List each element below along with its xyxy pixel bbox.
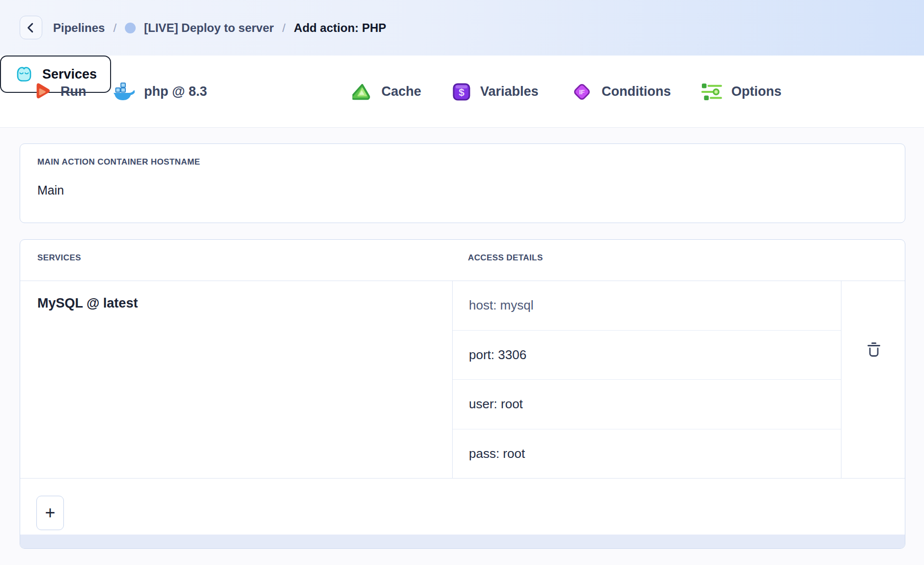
tab-label: php @ 8.3: [144, 84, 207, 99]
options-icon: [701, 83, 722, 101]
tab-bar: Run php @ 8.3 Services: [0, 56, 924, 128]
hostname-card: MAIN ACTION CONTAINER HOSTNAME Main: [20, 143, 905, 223]
variables-icon: $: [452, 83, 471, 101]
chevron-left-icon: [25, 21, 37, 34]
add-service-button[interactable]: +: [36, 496, 64, 530]
back-button[interactable]: [20, 16, 42, 39]
breadcrumb-bar: Pipelines / [LIVE] Deploy to server / Ad…: [0, 0, 924, 56]
tab-php[interactable]: php @ 8.3: [112, 56, 207, 128]
hostname-label: MAIN ACTION CONTAINER HOSTNAME: [37, 157, 200, 167]
conditions-icon: IF: [572, 82, 592, 102]
access-detail-user[interactable]: user: root: [453, 380, 841, 429]
dollar-glyph: $: [459, 86, 464, 97]
breadcrumb-item-current: Add action: PHP: [294, 21, 386, 35]
access-detail-host[interactable]: host: mysql: [453, 281, 841, 331]
service-row: MySQL @ latest host: mysql port: 3306 us…: [20, 281, 905, 479]
pipeline-status-dot: [125, 23, 136, 33]
tab-variables[interactable]: $ Variables: [452, 56, 539, 128]
tab-options[interactable]: Options: [701, 56, 781, 128]
delete-service-button[interactable]: [865, 340, 883, 359]
services-table-header: SERVICES ACCESS DETAILS: [20, 240, 905, 281]
breadcrumb-separator: /: [113, 21, 116, 35]
column-divider: [841, 281, 841, 479]
cache-icon: [352, 83, 372, 101]
services-table-footer: +: [20, 479, 905, 549]
hostname-value[interactable]: Main: [37, 183, 64, 198]
if-glyph: IF: [579, 88, 585, 96]
docker-icon: [112, 83, 135, 101]
access-detail-pass[interactable]: pass: root: [453, 429, 841, 479]
breadcrumb-separator: /: [282, 21, 286, 35]
add-action-page: Pipelines / [LIVE] Deploy to server / Ad…: [0, 0, 924, 565]
tab-label: Options: [731, 84, 781, 99]
breadcrumb-item-pipelines[interactable]: Pipelines: [53, 21, 105, 35]
tab-conditions[interactable]: IF Conditions: [572, 56, 671, 128]
access-details-list: host: mysql port: 3306 user: root pass: …: [453, 281, 841, 479]
access-detail-port[interactable]: port: 3306: [453, 331, 841, 380]
card-footer-strip: [20, 535, 905, 549]
services-card: SERVICES ACCESS DETAILS MySQL @ latest h…: [20, 239, 905, 549]
trash-icon: [866, 341, 882, 359]
tab-label: Run: [60, 84, 86, 99]
breadcrumb-item-pipeline[interactable]: [LIVE] Deploy to server: [144, 21, 274, 35]
breadcrumb: Pipelines / [LIVE] Deploy to server / Ad…: [53, 0, 386, 56]
tab-label: Cache: [381, 84, 421, 99]
services-icon: [14, 64, 34, 84]
column-header-access-details: ACCESS DETAILS: [468, 253, 543, 263]
column-header-services: SERVICES: [37, 253, 81, 263]
play-icon: [32, 82, 51, 102]
tab-run[interactable]: Run: [32, 56, 86, 128]
tab-label: Variables: [480, 84, 539, 99]
tab-label: Conditions: [602, 84, 671, 99]
service-name[interactable]: MySQL @ latest: [37, 296, 138, 311]
tab-cache[interactable]: Cache: [352, 56, 421, 128]
plus-icon: +: [45, 504, 55, 522]
